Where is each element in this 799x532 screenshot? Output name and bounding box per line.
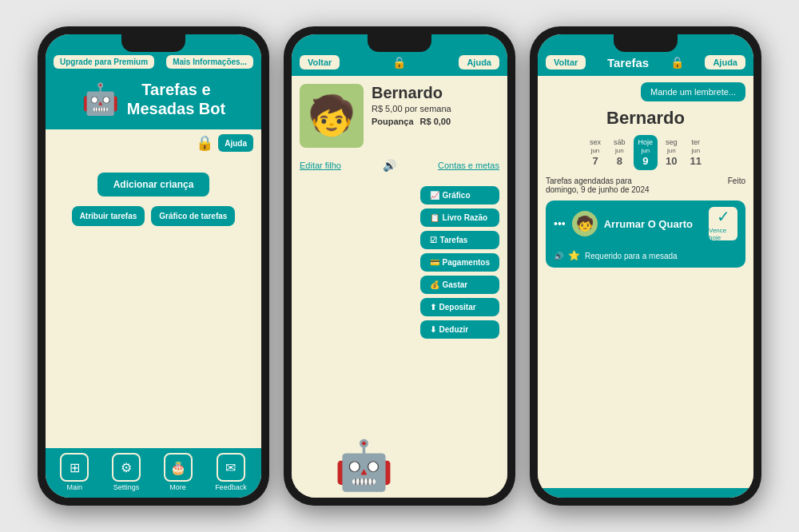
phone-2: Voltar 🔒 Ajuda 🧒 Bernardo R$ 5,00 por se… — [284, 26, 515, 506]
phone-3: Voltar Tarefas 🔒 Ajuda Mande um lembrete… — [530, 26, 761, 506]
page-title-3: Tarefas — [607, 56, 649, 69]
tasks-btn[interactable]: ☑ Tarefas — [420, 231, 499, 249]
feedback-icon: ✉ — [217, 453, 245, 482]
settings-icon: ⚙ — [112, 453, 141, 482]
nav-settings-label: Settings — [113, 483, 140, 491]
task-speaker-icon: 🔊 — [554, 252, 563, 260]
nav-main[interactable]: ⊞ Main — [60, 453, 89, 491]
notch-2 — [368, 34, 431, 52]
payments-icon: 💳 — [430, 258, 439, 267]
help-btn-1[interactable]: Ajuda — [218, 134, 253, 152]
day-sat: sáb jun 8 — [609, 135, 630, 170]
day-mon: seg jun 10 — [661, 135, 682, 170]
savings-value: R$ 0,00 — [420, 117, 451, 126]
spend-icon: 💰 — [430, 280, 439, 289]
add-child-btn[interactable]: Adicionar criança — [97, 173, 210, 197]
more-icon: 🎂 — [164, 453, 193, 482]
day-fri: sex jun 7 — [585, 135, 606, 170]
task-dots: ••• — [554, 217, 566, 230]
back-btn-2[interactable]: Voltar — [300, 55, 340, 69]
screen-1: Upgrade para Premium Mais Informações...… — [46, 34, 261, 498]
spend-btn[interactable]: 💰 Gastar — [420, 276, 499, 294]
s2-menu-buttons: 📈 Gráfico 📋 Livro Razão ☑ Tarefas 💳 Paga… — [420, 186, 499, 339]
task-name: Arrumar O Quarto — [604, 218, 702, 230]
profile-info: Bernardo R$ 5,00 por semana Poupança R$ … — [372, 84, 499, 126]
more-info-btn[interactable]: Mais Informações... — [166, 55, 253, 69]
lock-icon: 🔒 — [196, 134, 213, 152]
day-tue: ter jun 11 — [686, 135, 706, 170]
reminder-btn[interactable]: Mande um lembrete... — [641, 82, 745, 101]
chart-label: Gráfico — [443, 191, 471, 200]
s2-menu: 🤖 📈 Gráfico 📋 Livro Razão ☑ Tarefas — [292, 178, 507, 498]
child-name-2: Bernardo — [372, 84, 499, 102]
main-content-1: Adicionar criança Atribuir tarefas Gráfi… — [46, 157, 261, 448]
task-header-info: Tarefas agendadas para domingo, 9 de jun… — [546, 177, 650, 194]
nav-feedback-label: Feedback — [215, 483, 247, 491]
hero-title: Tarefas e Mesadas Bot — [127, 80, 225, 118]
nav-main-label: Main — [67, 483, 83, 491]
lock-icon-2: 🔒 — [392, 56, 406, 69]
bottom-nav-1: ⊞ Main ⚙ Settings 🎂 More ✉ Feedback — [46, 448, 261, 498]
checkmark-icon: ✓ — [717, 207, 730, 226]
phone-1: Upgrade para Premium Mais Informações...… — [38, 26, 269, 506]
s3-bottom-bar — [538, 488, 753, 498]
profile-section: 🧒 Bernardo R$ 5,00 por semana Poupança R… — [292, 76, 507, 156]
allowance: R$ 5,00 por semana — [372, 104, 499, 113]
lock-icon-3: 🔒 — [670, 56, 684, 69]
deduct-btn[interactable]: ⬇ Deduzir — [420, 320, 499, 339]
edit-row: Editar filho 🔊 Contas e metas — [292, 156, 507, 178]
notch-1 — [121, 34, 185, 52]
nav-settings[interactable]: ⚙ Settings — [112, 453, 141, 491]
chart-btn[interactable]: 📈 Gráfico — [420, 186, 499, 204]
savings-row: Poupança R$ 0,00 — [372, 117, 499, 126]
hero-section: 🤖 Tarefas e Mesadas Bot — [46, 73, 261, 129]
deposit-btn[interactable]: ⬆ Depositar — [420, 298, 499, 316]
ledger-label: Livro Razão — [443, 213, 488, 222]
days-row: sex jun 7 sáb jun 8 Hoje jun 9 — [546, 135, 745, 170]
chart-menu-icon: 📈 — [430, 191, 439, 200]
goals-link[interactable]: Contas e metas — [438, 161, 499, 170]
deduct-icon: ⬇ — [430, 325, 436, 334]
avatar-2: 🧒 — [300, 84, 364, 148]
nav-more-label: More — [169, 483, 186, 491]
notch-3 — [614, 34, 678, 52]
nav-more[interactable]: 🎂 More — [164, 453, 193, 491]
task-avatar: 🧒 — [572, 211, 598, 236]
back-btn-3[interactable]: Voltar — [546, 55, 586, 69]
deposit-icon: ⬆ — [430, 303, 436, 312]
day-today[interactable]: Hoje jun 9 — [634, 135, 658, 170]
nav-feedback[interactable]: ✉ Feedback — [215, 453, 247, 491]
child-name-3: Bernardo — [546, 108, 745, 129]
tasks-label: Tarefas — [440, 236, 468, 244]
task-sub-text: Requerido para a mesada — [585, 252, 678, 260]
task-star-icon: ⭐ — [568, 250, 580, 261]
task-sub-row: 🔊 ⭐ Requerido para a mesada — [546, 247, 745, 268]
help-btn-2[interactable]: Ajuda — [459, 55, 499, 69]
task-header-left: Tarefas agendadas para — [546, 177, 650, 185]
edit-child-link[interactable]: Editar filho — [300, 161, 341, 170]
s3-main-content: Mande um lembrete... Bernardo sex jun 7 … — [538, 76, 753, 488]
deposit-label: Depositar — [439, 303, 476, 312]
speaker-icon-2: 🔊 — [383, 159, 396, 172]
ledger-btn[interactable]: 📋 Livro Razão — [420, 208, 499, 227]
assign-tasks-btn[interactable]: Atribuir tarefas — [72, 206, 145, 226]
ledger-icon: 📋 — [430, 213, 439, 222]
help-btn-3[interactable]: Ajuda — [705, 55, 745, 69]
payments-btn[interactable]: 💳 Pagamentos — [420, 253, 499, 272]
upgrade-btn[interactable]: Upgrade para Premium — [54, 55, 154, 69]
task-card[interactable]: ••• 🧒 Arrumar O Quarto ✓ Vence hoje 🔊 ⭐ … — [546, 200, 745, 268]
task-check-box[interactable]: ✓ Vence hoje — [709, 207, 737, 240]
spend-label: Gastar — [443, 280, 468, 289]
task-main-row: ••• 🧒 Arrumar O Quarto ✓ Vence hoje — [546, 200, 745, 247]
payments-label: Pagamentos — [443, 258, 490, 267]
tasks-icon: ☑ — [430, 236, 437, 244]
task-header-date: domingo, 9 de junho de 2024 — [546, 185, 650, 194]
screen-2: Voltar 🔒 Ajuda 🧒 Bernardo R$ 5,00 por se… — [292, 34, 507, 498]
savings-label: Poupança — [372, 117, 414, 126]
screen-3: Voltar Tarefas 🔒 Ajuda Mande um lembrete… — [538, 34, 753, 498]
task-chart-btn[interactable]: Gráfico de tarefas — [151, 206, 235, 226]
task-done-label: Feito — [728, 177, 745, 194]
task-buttons: Atribuir tarefas Gráfico de tarefas — [72, 206, 236, 226]
task-header: Tarefas agendadas para domingo, 9 de jun… — [546, 177, 745, 194]
robot-icon: 🤖 — [81, 81, 119, 117]
